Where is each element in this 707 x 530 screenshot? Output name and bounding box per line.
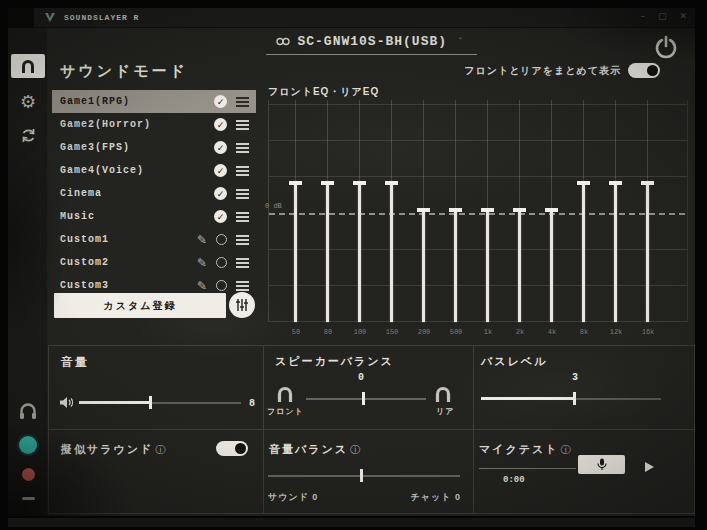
gear-icon: ⚙	[20, 92, 36, 112]
radio-circle-icon[interactable]	[216, 234, 227, 245]
eq-band-fill	[486, 210, 489, 322]
eq-band-handle[interactable]	[321, 181, 334, 185]
check-circle-icon: ✓	[214, 164, 227, 177]
sound-mode-item[interactable]: Cinema ✓	[52, 182, 256, 205]
check-circle-icon: ✓	[214, 187, 227, 200]
eq-band-handle[interactable]	[481, 208, 494, 212]
headphone-icon	[18, 402, 38, 420]
power-button[interactable]	[654, 35, 678, 59]
sound-mode-list: Game1(RPG) ✓ Game2(Horror) ✓ Game3(FPS) …	[52, 90, 256, 297]
sound-mode-item[interactable]: Game2(Horror) ✓	[52, 113, 256, 136]
info-icon[interactable]: ⓘ	[155, 444, 165, 455]
eq-band-fill	[550, 210, 553, 322]
drag-handle-icon[interactable]	[236, 120, 249, 130]
title-bar: SOUNDSLAYER R – ▢ ✕	[8, 8, 695, 28]
sound-mode-item[interactable]: Music ✓	[52, 205, 256, 228]
drag-handle-icon[interactable]	[236, 235, 249, 245]
eq-band: 1k	[472, 100, 504, 322]
sound-mode-item[interactable]: Game4(Voice) ✓	[52, 159, 256, 182]
sound-mode-item[interactable]: Custom1 ✎	[52, 228, 256, 251]
headphone-indicator[interactable]	[8, 402, 48, 420]
eq-band-handle[interactable]	[353, 181, 366, 185]
app-logo-icon	[44, 12, 56, 23]
volume-balance-handle[interactable]	[360, 469, 363, 482]
pencil-icon[interactable]: ✎	[197, 279, 207, 293]
chat-side-label: チャット 0	[411, 491, 461, 504]
eq-band-handle[interactable]	[417, 208, 430, 212]
play-icon[interactable]	[645, 462, 654, 472]
power-icon	[654, 35, 678, 59]
sound-mode-item-label: Music	[60, 211, 95, 222]
sound-mode-item-label: Custom2	[60, 257, 109, 268]
eq-plot: 0 dB 50 80 100 150 200 500	[268, 100, 688, 322]
eq-band-freq-label: 200	[408, 328, 440, 336]
drag-handle-icon[interactable]	[236, 166, 249, 176]
sound-mode-item-label: Game3(FPS)	[60, 142, 130, 153]
close-button[interactable]: ✕	[679, 11, 687, 21]
eq-band-handle[interactable]	[641, 181, 654, 185]
neck-speaker-icon	[20, 59, 36, 73]
drag-handle-icon[interactable]	[236, 143, 249, 153]
pencil-icon[interactable]: ✎	[197, 256, 207, 270]
chat-value: 0	[455, 492, 461, 502]
mic-test-track[interactable]	[479, 468, 576, 469]
mic-record-button[interactable]	[578, 455, 625, 474]
pseudo-surround-toggle[interactable]	[216, 441, 248, 456]
settings-button[interactable]: ⚙	[8, 92, 48, 112]
eq-band-freq-label: 80	[312, 328, 344, 336]
custom-register-button[interactable]: カスタム登録	[54, 293, 226, 318]
eq-band-handle[interactable]	[289, 181, 302, 185]
eq-band-fill	[646, 183, 649, 322]
eq-band-handle[interactable]	[385, 181, 398, 185]
chevron-down-icon: ˇ	[458, 37, 463, 47]
eq-sliders-icon	[235, 298, 249, 312]
front-speaker-icon	[275, 386, 295, 402]
volume-balance-track[interactable]	[268, 475, 460, 477]
eq-band: 500	[440, 100, 472, 322]
sound-mode-item[interactable]: Custom2 ✎	[52, 251, 256, 274]
minimize-button[interactable]: –	[640, 11, 645, 21]
device-header: SC-GNW10S-BH(USB) ˇ	[48, 32, 695, 55]
info-icon[interactable]: ⓘ	[350, 444, 360, 455]
drag-handle-icon[interactable]	[236, 212, 249, 222]
radio-circle-icon[interactable]	[216, 257, 227, 268]
eq-title: フロントEQ・リアEQ	[268, 85, 379, 99]
volume-slider-fill	[79, 401, 151, 404]
speaker-balance-track[interactable]	[306, 398, 426, 400]
custom-eq-button[interactable]	[229, 292, 255, 318]
volume-balance-panel: 音量バランスⓘ サウンド 0 チャット 0	[263, 429, 473, 515]
pencil-icon[interactable]: ✎	[197, 233, 207, 247]
device-selector[interactable]: SC-GNW10S-BH(USB) ˇ	[266, 32, 476, 55]
combined-display-toggle[interactable]	[628, 63, 660, 78]
eq-band-fill	[614, 183, 617, 322]
refresh-icon	[20, 127, 37, 144]
speaker-balance-handle[interactable]	[362, 392, 365, 405]
eq-band-handle[interactable]	[513, 208, 526, 212]
sound-mode-item[interactable]: Game3(FPS) ✓	[52, 136, 256, 159]
speaker-balance-label: スピーカーバランス	[275, 354, 394, 369]
maximize-button[interactable]: ▢	[658, 11, 667, 21]
eq-band-freq-label: 1k	[472, 328, 504, 336]
info-icon[interactable]: ⓘ	[561, 444, 571, 455]
volume-slider-handle[interactable]	[149, 396, 152, 409]
speaker-balance-value: 0	[358, 372, 364, 383]
controls-grid: 音量 8 スピーカーバランス 0 フロント リア	[48, 345, 695, 514]
drag-handle-icon[interactable]	[236, 281, 249, 291]
eq-band-handle[interactable]	[577, 181, 590, 185]
refresh-button[interactable]	[8, 127, 48, 144]
sidebar: ⚙	[8, 28, 48, 516]
eq-band-freq-label: 8k	[568, 328, 600, 336]
sidebar-item-device[interactable]	[11, 54, 45, 78]
eq-band-handle[interactable]	[609, 181, 622, 185]
bass-level-handle[interactable]	[573, 392, 576, 405]
sound-mode-item[interactable]: Game1(RPG) ✓	[52, 90, 256, 113]
eq-band-handle[interactable]	[545, 208, 558, 212]
drag-handle-icon[interactable]	[236, 97, 249, 107]
eq-band-handle[interactable]	[449, 208, 462, 212]
drag-handle-icon[interactable]	[236, 258, 249, 268]
eq-band-freq-label: 2k	[504, 328, 536, 336]
front-label: フロント	[267, 406, 304, 417]
app-title: SOUNDSLAYER R	[64, 13, 139, 22]
drag-handle-icon[interactable]	[236, 189, 249, 199]
radio-circle-icon[interactable]	[216, 280, 227, 291]
